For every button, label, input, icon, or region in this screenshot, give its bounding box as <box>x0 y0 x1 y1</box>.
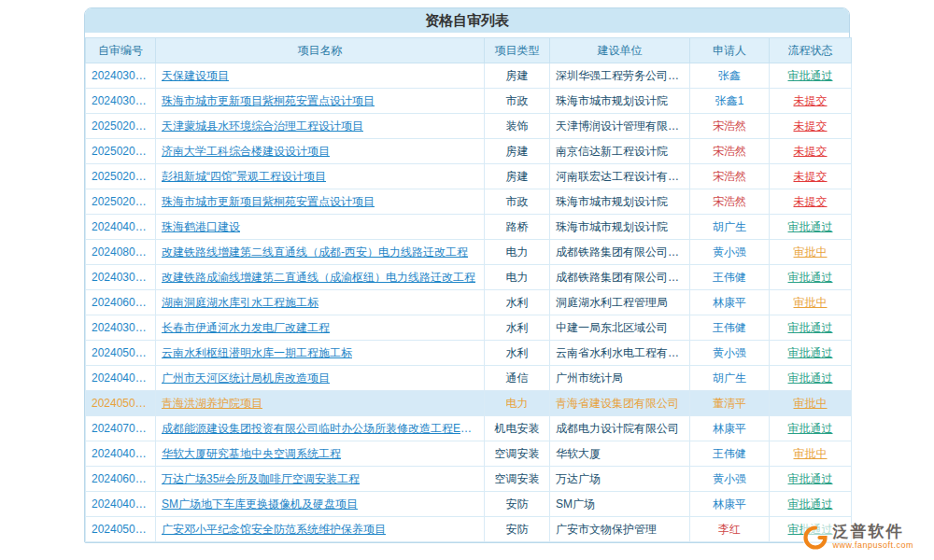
project-name-link[interactable]: 珠海鹤港口建设 <box>156 215 485 240</box>
project-name-link[interactable]: 华软大厦研究基地中央空调系统工程 <box>156 441 485 467</box>
status-link[interactable]: 未提交 <box>770 189 852 215</box>
col-header-applicant[interactable]: 申请人 <box>690 38 770 63</box>
cell-review-id[interactable]: 20240300... <box>86 89 156 114</box>
project-name-link[interactable]: 天保建设项目 <box>156 63 485 89</box>
cell-review-id[interactable]: 20250200... <box>86 164 156 189</box>
applicant-link[interactable]: 胡广生 <box>690 366 770 391</box>
applicant-link[interactable]: 宋浩然 <box>690 189 770 215</box>
status-link[interactable]: 审批通过 <box>770 341 852 366</box>
cell-review-id[interactable]: 20240500... <box>86 341 156 366</box>
table-row[interactable]: 20240800...改建铁路线增建第二线直通线（成都-西安）电力线路迁改工程电… <box>86 240 852 265</box>
status-link[interactable]: 审批中 <box>770 391 852 416</box>
applicant-link[interactable]: 黄小强 <box>690 240 770 265</box>
cell-review-id[interactable]: 20250200... <box>86 139 156 164</box>
cell-review-id[interactable]: 20240800... <box>86 240 156 265</box>
project-name-link[interactable]: 济南大学工科综合楼建设设计项目 <box>156 139 485 164</box>
project-name-link[interactable]: 改建铁路线增建第二线直通线（成都-西安）电力线路迁改工程 <box>156 240 485 265</box>
status-link[interactable]: 审批中 <box>770 290 852 315</box>
status-link[interactable]: 审批通过 <box>770 315 852 341</box>
status-link[interactable]: 审批中 <box>770 240 852 265</box>
table-row[interactable]: 20240300...长春市伊通河水力发电厂改建工程水利中建一局东北区域公司王伟… <box>86 315 852 341</box>
status-link[interactable]: 审批通过 <box>770 492 852 517</box>
table-row[interactable]: 20240300...改建铁路成渝线增建第二直通线（成渝枢纽）电力线路迁改工程电… <box>86 265 852 290</box>
status-link[interactable]: 审批通过 <box>770 467 852 492</box>
cell-review-id[interactable]: 20240600... <box>86 290 156 315</box>
cell-review-id[interactable]: 20250200... <box>86 189 156 215</box>
table-row[interactable]: 20250200...天津蒙城县水环境综合治理工程设计项目装饰天津博润设计管理有… <box>86 114 852 139</box>
table-row[interactable]: 20240700...成都能源建设集团投资有限公司临时办公场所装修改造工程EPC… <box>86 416 852 441</box>
applicant-link[interactable]: 林康平 <box>690 416 770 441</box>
cell-review-id[interactable]: 20240600... <box>86 467 156 492</box>
applicant-link[interactable]: 宋浩然 <box>690 164 770 189</box>
applicant-link[interactable]: 宋浩然 <box>690 114 770 139</box>
table-row[interactable]: 20250200...珠海市城市更新项目紫桐苑安置点设计项目市政珠海市城市规划设… <box>86 189 852 215</box>
cell-review-id[interactable]: 20240400... <box>86 366 156 391</box>
applicant-link[interactable]: 林康平 <box>690 290 770 315</box>
project-name-link[interactable]: 彭祖新城“四馆”景观工程设计项目 <box>156 164 485 189</box>
project-name-link[interactable]: 云南水利枢纽潜明水库一期工程施工标 <box>156 341 485 366</box>
col-header-construction-unit[interactable]: 建设单位 <box>550 38 690 63</box>
applicant-link[interactable]: 宋浩然 <box>690 139 770 164</box>
status-link[interactable]: 未提交 <box>770 139 852 164</box>
status-link[interactable]: 未提交 <box>770 89 852 114</box>
applicant-link[interactable]: 董清平 <box>690 391 770 416</box>
status-link[interactable]: 审批通过 <box>770 63 852 89</box>
table-row[interactable]: 20240600...万达广场35#会所及咖啡厅空调安装工程空调安装万达广场黄小… <box>86 467 852 492</box>
cell-review-id[interactable]: 20250200... <box>86 114 156 139</box>
applicant-link[interactable]: 胡广生 <box>690 215 770 240</box>
applicant-link[interactable]: 林康平 <box>690 492 770 517</box>
cell-review-id[interactable]: 20240400... <box>86 215 156 240</box>
table-row[interactable]: 20240400...珠海鹤港口建设路桥珠海市城市规划设计院胡广生审批通过 <box>86 215 852 240</box>
cell-review-id[interactable]: 20240700... <box>86 416 156 441</box>
status-link[interactable]: 未提交 <box>770 114 852 139</box>
applicant-link[interactable]: 黄小强 <box>690 467 770 492</box>
table-row[interactable]: 20240400...广州市天河区统计局机房改造项目通信广州市统计局胡广生审批通… <box>86 366 852 391</box>
project-name-link[interactable]: 珠海市城市更新项目紫桐苑安置点设计项目 <box>156 189 485 215</box>
status-link[interactable]: 未提交 <box>770 164 852 189</box>
project-name-link[interactable]: SM广场地下车库更换摄像机及硬盘项目 <box>156 492 485 517</box>
table-row[interactable]: 20240500...广安邓小平纪念馆安全防范系统维护保养项目安防广安市文物保护… <box>86 517 852 542</box>
applicant-link[interactable]: 黄小强 <box>690 341 770 366</box>
status-link[interactable]: 审批通过 <box>770 366 852 391</box>
col-header-process-status[interactable]: 流程状态 <box>770 38 852 63</box>
project-name-link[interactable]: 成都能源建设集团投资有限公司临时办公场所装修改造工程EPC总承包项目 <box>156 416 485 441</box>
project-name-link[interactable]: 天津蒙城县水环境综合治理工程设计项目 <box>156 114 485 139</box>
table-row[interactable]: 20240400...SM广场地下车库更换摄像机及硬盘项目安防SM广场林康平审批… <box>86 492 852 517</box>
table-row[interactable]: 20240500...青海洪湖养护院项目电力青海省建设集团有限公司董清平审批中 <box>86 391 852 416</box>
table-row[interactable]: 20240600...湖南洞庭湖水库引水工程施工标水利洞庭湖水利工程管理局林康平… <box>86 290 852 315</box>
project-name-link[interactable]: 广州市天河区统计局机房改造项目 <box>156 366 485 391</box>
applicant-link[interactable]: 张鑫1 <box>690 89 770 114</box>
table-row[interactable]: 20250200...彭祖新城“四馆”景观工程设计项目房建河南联宏达工程设计有限… <box>86 164 852 189</box>
col-header-project-type[interactable]: 项目类型 <box>485 38 550 63</box>
project-name-link[interactable]: 湖南洞庭湖水库引水工程施工标 <box>156 290 485 315</box>
project-name-link[interactable]: 万达广场35#会所及咖啡厅空调安装工程 <box>156 467 485 492</box>
applicant-link[interactable]: 王伟健 <box>690 265 770 290</box>
cell-review-id[interactable]: 20240400... <box>86 492 156 517</box>
status-link[interactable]: 审批中 <box>770 441 852 467</box>
project-name-link[interactable]: 长春市伊通河水力发电厂改建工程 <box>156 315 485 341</box>
project-name-link[interactable]: 改建铁路成渝线增建第二直通线（成渝枢纽）电力线路迁改工程 <box>156 265 485 290</box>
table-row[interactable]: 20240300...天保建设项目房建深圳华强工程劳务公司班组张鑫审批通过 <box>86 63 852 89</box>
cell-review-id[interactable]: 20240500... <box>86 391 156 416</box>
applicant-link[interactable]: 王伟健 <box>690 441 770 467</box>
cell-review-id[interactable]: 20240500... <box>86 517 156 542</box>
cell-review-id[interactable]: 20240300... <box>86 315 156 341</box>
applicant-link[interactable]: 王伟健 <box>690 315 770 341</box>
project-name-link[interactable]: 青海洪湖养护院项目 <box>156 391 485 416</box>
table-row[interactable]: 20240500...云南水利枢纽潜明水库一期工程施工标水利云南省水利水电工程有… <box>86 341 852 366</box>
cell-review-id[interactable]: 20240300... <box>86 63 156 89</box>
status-link[interactable]: 审批通过 <box>770 215 852 240</box>
project-name-link[interactable]: 珠海市城市更新项目紫桐苑安置点设计项目 <box>156 89 485 114</box>
table-row[interactable]: 20240400...华软大厦研究基地中央空调系统工程空调安装华软大厦王伟健审批… <box>86 441 852 467</box>
table-row[interactable]: 20250200...济南大学工科综合楼建设设计项目房建南京信达新工程设计院宋浩… <box>86 139 852 164</box>
applicant-link[interactable]: 张鑫 <box>690 63 770 89</box>
col-header-review-id[interactable]: 自审编号 <box>86 38 156 63</box>
cell-review-id[interactable]: 20240400... <box>86 441 156 467</box>
status-link[interactable]: 审批通过 <box>770 265 852 290</box>
cell-review-id[interactable]: 20240300... <box>86 265 156 290</box>
status-link[interactable]: 审批通过 <box>770 416 852 441</box>
applicant-link[interactable]: 李红 <box>690 517 770 542</box>
col-header-project-name[interactable]: 项目名称 <box>156 38 485 63</box>
project-name-link[interactable]: 广安邓小平纪念馆安全防范系统维护保养项目 <box>156 517 485 542</box>
table-row[interactable]: 20240300...珠海市城市更新项目紫桐苑安置点设计项目市政珠海市城市规划设… <box>86 89 852 114</box>
